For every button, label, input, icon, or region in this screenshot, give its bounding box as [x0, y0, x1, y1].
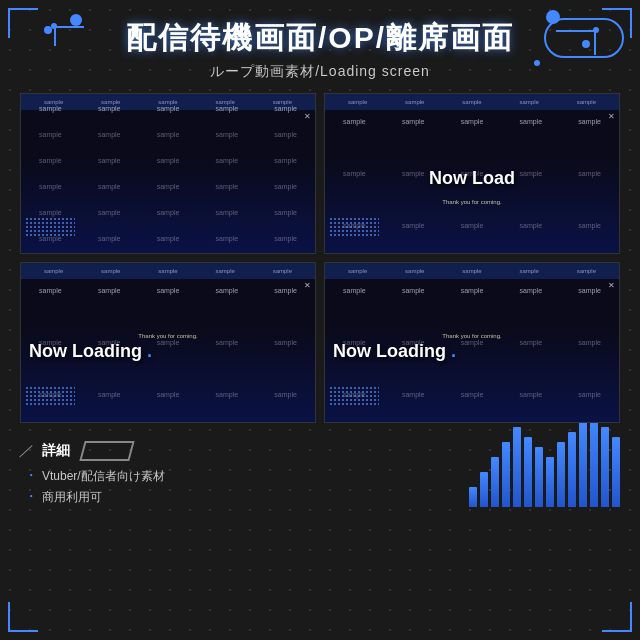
now-loading-4: Now Loading .	[333, 341, 456, 362]
detail-label-text: 詳細	[42, 442, 70, 460]
thumb-2-close: ✕	[608, 112, 615, 121]
thumb-4-close: ✕	[608, 281, 615, 290]
bullet-text-1: Vtuber/配信者向け素材	[42, 468, 165, 485]
bar-12	[601, 427, 609, 507]
thank-you-3: Thank you for coming.	[138, 333, 197, 339]
main-title: 配信待機画面/OP/離席画面	[0, 18, 640, 59]
bar-10	[579, 422, 587, 507]
now-loading-2: Now Load	[429, 168, 515, 189]
bottom-section: ／ 詳細 ・ Vtuber/配信者向け素材 ・ 商用利用可	[0, 431, 640, 521]
corner-decoration-bl	[8, 602, 38, 632]
thumb-1-dotpattern	[25, 217, 75, 237]
bar-9	[568, 432, 576, 507]
bullet-item-2: ・ 商用利用可	[24, 488, 449, 506]
bar-8	[557, 442, 565, 507]
bar-5	[524, 437, 532, 507]
parallelogram-shape	[79, 441, 134, 461]
bottom-left: ／ 詳細 ・ Vtuber/配信者向け素材 ・ 商用利用可	[20, 441, 449, 509]
bullet-item-1: ・ Vtuber/配信者向け素材	[24, 467, 449, 485]
thumbnail-4: sample sample sample sample sample sampl…	[324, 262, 620, 423]
bar-7	[546, 457, 554, 507]
now-loading-3: Now Loading .	[29, 341, 152, 362]
bullet-dot-2: ・	[24, 488, 38, 506]
bar-3	[502, 442, 510, 507]
bar-1	[480, 472, 488, 507]
thumbnail-2: sample sample sample sample sample sampl…	[324, 93, 620, 254]
thumbnails-grid: sample sample sample sample sample sampl…	[20, 93, 620, 423]
detail-label-row: ／ 詳細	[20, 441, 449, 461]
thank-you-4: Thank you for coming.	[442, 333, 501, 339]
thumb-2-dotpattern	[329, 217, 379, 237]
slash-icon-1: ／	[18, 442, 35, 460]
thumbnail-1: sample sample sample sample sample sampl…	[20, 93, 316, 254]
thumb-1-close: ✕	[304, 112, 311, 121]
bullet-list: ・ Vtuber/配信者向け素材 ・ 商用利用可	[20, 467, 449, 506]
header: 配信待機画面/OP/離席画面 ループ動画素材/Loading screen	[0, 0, 640, 85]
thumb-3-close: ✕	[304, 281, 311, 290]
bar-6	[535, 447, 543, 507]
bar-13	[612, 437, 620, 507]
bar-2	[491, 457, 499, 507]
sub-title: ループ動画素材/Loading screen	[0, 63, 640, 81]
thumb-3-dotpattern	[25, 386, 75, 406]
thumbnail-3: sample sample sample sample sample sampl…	[20, 262, 316, 423]
bullet-dot-1: ・	[24, 467, 38, 485]
thumb-4-dotpattern	[329, 386, 379, 406]
bar-4	[513, 427, 521, 507]
bullet-text-2: 商用利用可	[42, 489, 102, 506]
thank-you-2: Thank you for coming.	[442, 199, 501, 205]
corner-decoration-br	[602, 602, 632, 632]
bar-chart	[469, 441, 620, 511]
bar-0	[469, 487, 477, 507]
bar-11	[590, 417, 598, 507]
